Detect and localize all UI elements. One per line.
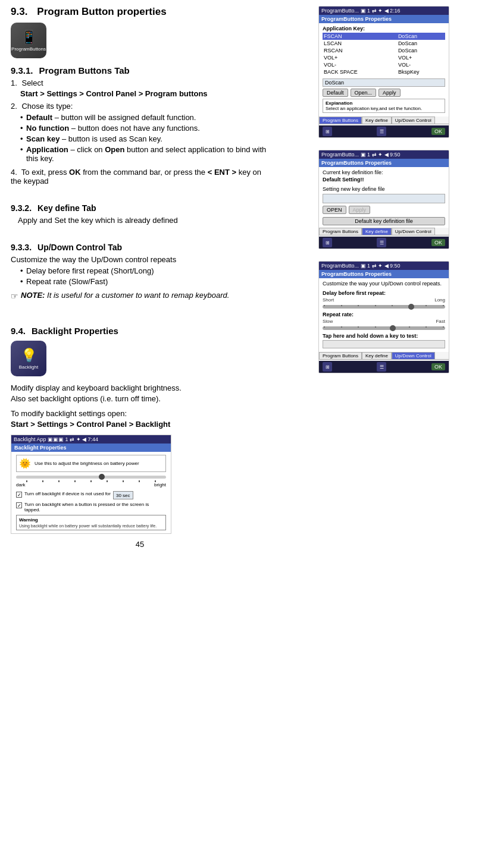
screenshot-updown: ProgramButto... ▣ 1 ⇄ ✦ ◀ 9:50 ProgramBu… — [318, 261, 449, 373]
ss1-body: Application Key: FSCAN DoScan LSCANDoSca… — [319, 23, 449, 117]
ss3-rate-slider[interactable] — [323, 326, 445, 330]
type-no-function: No function – button does not have any f… — [20, 124, 269, 133]
section-932-title: Key define Tab — [37, 203, 96, 213]
program-buttons-icon-label: ProgramButtons — [11, 46, 46, 52]
section-933-desc: Customize the way the Up/Down control re… — [11, 255, 269, 264]
ss2-title-text: ProgramButtons Properties — [321, 160, 392, 166]
table-row: RSCANDoScan — [323, 47, 445, 54]
bl-brightness-slider-section: dark bright — [16, 476, 166, 488]
ss3-delay-slider[interactable] — [323, 305, 445, 309]
screenshot-key-define: ProgramButto... ▣ 1 ⇄ ✦ ◀ 9:50 ProgramBu… — [318, 150, 449, 249]
bl-brightness-labels: dark bright — [16, 482, 166, 488]
ss3-top-text: ProgramButto... ▣ 1 ⇄ ✦ ◀ 9:50 — [321, 263, 401, 269]
step-4: 4. To exit, press OK from the command ba… — [11, 168, 269, 185]
ss1-tab-programbuttons[interactable]: Program Buttons — [319, 117, 362, 124]
backlight-title-text: Backlight Properties — [14, 445, 67, 451]
ss1-start-icon[interactable]: ⊞ — [323, 127, 332, 136]
ss3-tab-updown[interactable]: Up/Down Control — [392, 352, 435, 359]
ss3-delay-dots — [323, 305, 445, 306]
table-row: LSCANDoScan — [323, 40, 445, 47]
section-94-title: Backlight Properties — [32, 326, 118, 336]
backlight-top-bar-text: Backlight App ▣▣▣ 1 ⇄ ✦ ◀ 7:44 — [14, 436, 98, 442]
ss2-tab-updown[interactable]: Up/Down Control — [392, 228, 435, 235]
ss1-tab-keydefine[interactable]: Key define — [362, 117, 392, 124]
bl-bright-label: bright — [154, 482, 166, 488]
backlight-icon: 💡 — [21, 348, 37, 363]
ss1-title-text: ProgramButtons Properties — [321, 16, 392, 22]
note-icon: ☞ — [11, 291, 18, 301]
ss2-tab-keydefine[interactable]: Key define — [362, 228, 392, 235]
bl-warning-title: Warning — [19, 517, 163, 523]
ss2-current-key-label: Current key definition file: — [323, 169, 445, 175]
ss3-title-text: ProgramButtons Properties — [321, 271, 392, 277]
ss2-tab-programbuttons[interactable]: Program Buttons — [319, 228, 362, 235]
ss2-default-btn[interactable]: Default key definition file — [323, 217, 445, 225]
ss3-delay-thumb — [408, 304, 414, 310]
ss1-top-text: ProgramButto... ▣ 1 ⇄ ✦ ◀ 2:16 — [321, 8, 401, 14]
bl-timeout-value: 30 sec — [116, 493, 130, 498]
bl-timeout-dropdown[interactable]: 30 sec — [113, 491, 133, 499]
bl-info-row: 🌞 Use this to adjust the brightness on b… — [16, 455, 166, 472]
bl-warning-block: Warning Using backlight while on battery… — [16, 515, 166, 530]
section-933-bullets: Delay before first repeat (Short/Long) R… — [11, 266, 269, 286]
ss1-menu-icon[interactable]: ☰ — [377, 127, 386, 136]
section-93-title: Program Button properties — [37, 6, 166, 18]
ss3-rate-fast: Fast — [436, 319, 445, 324]
ss2-ok-btn[interactable]: OK — [431, 239, 445, 246]
section-933-title: Up/Down Control Tab — [37, 243, 122, 252]
bullet-repeat: Repeat rate (Slow/Fast) — [20, 277, 269, 286]
ss1-table-wrap: FSCAN DoScan LSCANDoScan RSCANDoScan VOL… — [323, 33, 445, 77]
s94-path: Start > Settings > Control Panel > Backl… — [11, 420, 269, 429]
ss2-open-btn[interactable]: OPEN — [323, 206, 346, 214]
ss3-tap-area[interactable] — [323, 340, 445, 348]
ss2-tabs: Program Buttons Key define Up/Down Contr… — [319, 228, 449, 235]
table-row: VOL-VOL- — [323, 61, 445, 68]
ss3-delay-short: Short — [323, 297, 334, 303]
ss2-bottom-bar: ⊞ ☰ OK — [319, 237, 449, 249]
ss2-start-icon[interactable]: ⊞ — [323, 238, 332, 247]
section-93-number: 9.3. — [11, 6, 27, 18]
ss3-tab-keydefine[interactable]: Key define — [362, 352, 392, 359]
bullet-delay: Delay before first repeat (Short/Long) — [20, 266, 269, 275]
section-94-number: 9.4. — [11, 326, 26, 336]
backlight-title-bar: Backlight Properties — [11, 444, 171, 452]
ss3-top-bar: ProgramButto... ▣ 1 ⇄ ✦ ◀ 9:50 — [319, 262, 449, 270]
ss3-tab-programbuttons[interactable]: Program Buttons — [319, 352, 362, 359]
ss3-rate-dots — [323, 326, 445, 328]
ss1-app-key-label: Application Key: — [323, 26, 445, 32]
ss1-explanation: Explanation Select an application key,an… — [323, 99, 445, 113]
bl-info-text: Use this to adjust the brightness on bat… — [35, 461, 139, 466]
ss3-title-bar: ProgramButtons Properties — [319, 270, 449, 278]
bl-dark-label: dark — [16, 482, 26, 488]
ss1-selected-value[interactable]: DoScan — [323, 78, 445, 87]
step1-path: Start > Settings > Control Panel > Progr… — [20, 89, 208, 98]
bl-checkbox1-text: Turn off backlight if device is not used… — [24, 491, 111, 496]
screenshot-program-buttons: ProgramButto... ▣ 1 ⇄ ✦ ◀ 2:16 ProgramBu… — [318, 6, 449, 138]
section-931-number: 9.3.1. — [11, 65, 33, 76]
bl-checkbox1[interactable]: ✓ — [16, 492, 22, 498]
ss1-apply-btn[interactable]: Apply — [378, 89, 401, 97]
ss1-default-btn[interactable]: Default — [323, 89, 348, 97]
ss3-menu-icon[interactable]: ☰ — [377, 362, 386, 372]
note-text: It is useful for a customer to want to r… — [47, 291, 229, 300]
ss3-start-icon[interactable]: ⊞ — [323, 362, 332, 372]
type-application: Application – click on Open button and s… — [20, 145, 269, 163]
ss3-ok-btn[interactable]: OK — [431, 363, 445, 370]
ss2-apply-btn[interactable]: Apply — [349, 206, 371, 214]
ss1-ok-btn[interactable]: OK — [431, 128, 445, 135]
ss1-table: FSCAN DoScan LSCANDoScan RSCANDoScan VOL… — [323, 33, 445, 76]
s94-desc3: To modify backlight settings open: — [11, 409, 269, 418]
s94-desc2: Also set backlight options (i.e. turn of… — [11, 394, 269, 403]
ss1-tab-updown[interactable]: Up/Down Control — [392, 117, 435, 124]
ss2-top-bar: ProgramButto... ▣ 1 ⇄ ✦ ◀ 9:50 — [319, 150, 449, 159]
ss1-open-btn[interactable]: Open... — [351, 89, 377, 97]
ss2-file-input[interactable] — [323, 194, 445, 203]
bl-sun-icon: 🌞 — [19, 458, 31, 469]
backlight-icon-block: 💡 Backlight — [11, 341, 46, 376]
ss1-explanation-text: Select an application key,and set the fu… — [326, 106, 442, 111]
section-933-number: 9.3.3. — [11, 243, 32, 252]
type-scan-key: Scan key – button is used as Scan key. — [20, 134, 269, 143]
bl-checkbox2[interactable]: ✓ — [16, 502, 22, 508]
ss2-menu-icon[interactable]: ☰ — [377, 238, 386, 247]
backlight-screenshot: Backlight App ▣▣▣ 1 ⇄ ✦ ◀ 7:44 Backlight… — [11, 435, 171, 534]
